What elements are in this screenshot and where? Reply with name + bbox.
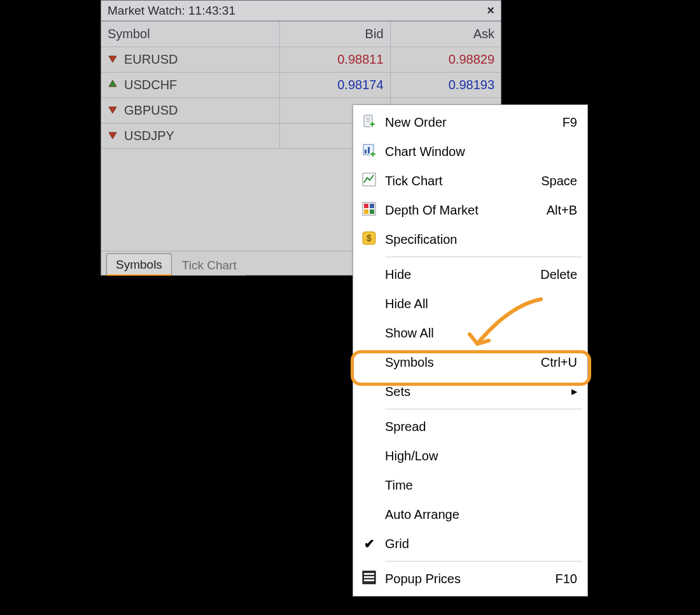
svg-rect-12 xyxy=(365,150,367,153)
svg-rect-26 xyxy=(364,573,374,575)
menu-item-hide[interactable]: Hide Delete xyxy=(353,260,587,289)
menu-item-time[interactable]: Time xyxy=(353,470,587,500)
menu-item-chart-window[interactable]: Chart Window xyxy=(353,137,587,166)
menu-item-depth-of-market[interactable]: Depth Of Market Alt+B xyxy=(353,195,587,225)
menu-item-label: Auto Arrange xyxy=(385,507,577,522)
panel-titlebar[interactable]: Market Watch: 11:43:31 × xyxy=(101,1,501,21)
menu-item-label: Hide All xyxy=(385,297,577,311)
col-ask[interactable]: Ask xyxy=(390,22,501,47)
direction-down-icon xyxy=(108,129,118,143)
svg-rect-20 xyxy=(370,204,374,208)
table-header-row[interactable]: Symbol Bid Ask xyxy=(101,22,501,47)
svg-marker-0 xyxy=(109,56,116,62)
doc-plus-icon xyxy=(362,114,376,131)
symbol-name: GBPUSD xyxy=(124,103,178,118)
bid-cell: 0.98811 xyxy=(279,47,390,73)
menu-separator xyxy=(385,409,582,409)
menu-item-symbols[interactable]: Symbols Ctrl+U xyxy=(353,348,587,377)
menu-item-high-low[interactable]: High/Low xyxy=(353,441,587,470)
menu-item-label: Tick Chart xyxy=(385,174,535,188)
menu-shortcut: Ctrl+U xyxy=(541,355,577,370)
menu-item-label: Depth Of Market xyxy=(385,203,540,218)
menu-item-label: New Order xyxy=(385,115,556,130)
menu-item-label: Sets xyxy=(385,385,571,399)
chart-plus-icon xyxy=(362,143,376,160)
menu-item-tick-chart[interactable]: Tick Chart Space xyxy=(353,166,587,195)
menu-item-label: Time xyxy=(385,478,577,493)
ask-cell: 0.98193 xyxy=(390,73,501,98)
tab-symbols[interactable]: Symbols xyxy=(106,253,172,276)
menu-item-label: Grid xyxy=(385,537,577,551)
menu-item-label: Chart Window xyxy=(385,145,577,159)
direction-down-icon xyxy=(108,52,118,67)
menu-item-label: High/Low xyxy=(385,449,577,463)
svg-marker-3 xyxy=(109,132,116,139)
menu-shortcut: Alt+B xyxy=(547,203,577,218)
menu-separator xyxy=(385,257,582,257)
menu-item-label: Show All xyxy=(385,326,577,341)
table-row[interactable]: EURUSD 0.98811 0.98829 xyxy=(101,47,501,73)
popup-icon xyxy=(362,570,376,588)
menu-item-label: Spread xyxy=(385,420,577,434)
menu-item-label: Hide xyxy=(385,267,534,282)
menu-shortcut: Space xyxy=(541,174,577,188)
menu-shortcut: F9 xyxy=(563,115,577,130)
menu-item-popup-prices[interactable]: Popup Prices F10 xyxy=(353,564,587,593)
svg-rect-27 xyxy=(364,576,374,578)
menu-item-hide-all[interactable]: Hide All xyxy=(353,289,587,318)
menu-item-spread[interactable]: Spread xyxy=(353,412,587,441)
menu-item-show-all[interactable]: Show All xyxy=(353,318,587,348)
menu-item-new-order[interactable]: New Order F9 xyxy=(353,108,587,137)
svg-rect-22 xyxy=(370,209,374,214)
close-icon[interactable]: × xyxy=(484,4,497,17)
svg-rect-19 xyxy=(364,204,368,208)
menu-item-label: Symbols xyxy=(385,355,535,370)
col-symbol[interactable]: Symbol xyxy=(101,22,279,47)
dollar-icon: $ xyxy=(362,231,376,248)
svg-rect-28 xyxy=(364,579,374,581)
bid-cell: 0.98174 xyxy=(279,73,390,98)
tick-icon xyxy=(362,173,376,190)
menu-item-grid[interactable]: ✔ Grid xyxy=(353,529,587,558)
symbol-name: USDJPY xyxy=(124,129,174,143)
svg-rect-21 xyxy=(364,209,368,214)
menu-separator xyxy=(385,561,582,562)
context-menu: New Order F9 Chart Window Tick Chart Spa… xyxy=(353,104,588,597)
menu-item-auto-arrange[interactable]: Auto Arrange xyxy=(353,500,587,529)
table-row[interactable]: USDCHF 0.98174 0.98193 xyxy=(101,73,501,98)
tab-tick-chart[interactable]: Tick Chart xyxy=(173,255,246,276)
symbol-name: USDCHF xyxy=(124,78,177,92)
menu-shortcut: F10 xyxy=(556,572,577,586)
menu-item-label: Popup Prices xyxy=(385,572,549,586)
ask-cell: 0.98829 xyxy=(390,47,501,73)
svg-marker-2 xyxy=(109,107,116,113)
direction-up-icon xyxy=(108,78,118,92)
svg-marker-1 xyxy=(109,80,116,87)
menu-item-sets[interactable]: Sets ▶ xyxy=(353,377,587,406)
svg-rect-13 xyxy=(368,147,370,153)
panel-title: Market Watch: 11:43:31 xyxy=(108,4,235,18)
direction-down-icon xyxy=(108,103,118,118)
menu-item-specification[interactable]: $ Specification xyxy=(353,225,587,254)
check-icon: ✔ xyxy=(364,536,375,551)
symbol-name: EURUSD xyxy=(124,52,178,67)
svg-text:$: $ xyxy=(367,233,372,243)
menu-item-label: Specification xyxy=(385,232,577,247)
col-bid[interactable]: Bid xyxy=(279,22,390,47)
depth-icon xyxy=(362,202,376,219)
submenu-arrow-icon: ▶ xyxy=(571,387,577,396)
menu-shortcut: Delete xyxy=(540,267,577,282)
